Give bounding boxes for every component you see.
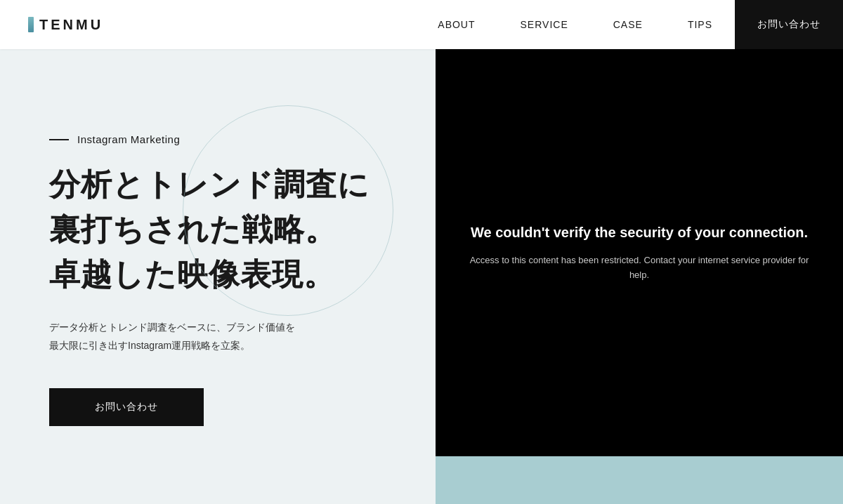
hero-description: データ分析とトレンド調査をベースに、ブランド価値を 最大限に引き出すInstag… bbox=[49, 319, 386, 354]
nav-case[interactable]: CASE bbox=[591, 0, 665, 49]
description-line-2: 最大限に引き出すInstagram運用戦略を立案。 bbox=[49, 340, 250, 351]
subtitle-text: Instagram Marketing bbox=[77, 133, 180, 145]
security-message: We couldn't verify the security of your … bbox=[464, 223, 815, 283]
heading-line-3: 卓越した映像表現。 bbox=[49, 257, 335, 291]
main-content: Instagram Marketing 分析とトレンド調査に 裏打ちされた戦略。… bbox=[0, 0, 843, 504]
main-nav: ABOUT SERVICE CASE TIPS お問い合わせ bbox=[415, 0, 843, 49]
nav-tips[interactable]: TIPS bbox=[665, 0, 735, 49]
security-title: We couldn't verify the security of your … bbox=[464, 223, 815, 242]
cta-button[interactable]: お問い合わせ bbox=[49, 388, 204, 426]
logo-icon bbox=[28, 17, 34, 32]
heading-line-1: 分析とトレンド調査に bbox=[49, 167, 370, 201]
subtitle-line: Instagram Marketing bbox=[49, 133, 386, 145]
description-line-1: データ分析とトレンド調査をベースに、ブランド価値を bbox=[49, 321, 295, 333]
nav-about[interactable]: ABOUT bbox=[415, 0, 497, 49]
hero-left: Instagram Marketing 分析とトレンド調査に 裏打ちされた戦略。… bbox=[0, 49, 436, 504]
bottom-accent bbox=[436, 456, 843, 504]
nav-service[interactable]: SERVICE bbox=[498, 0, 591, 49]
security-subtitle: Access to this content has been restrict… bbox=[464, 253, 815, 283]
header: TENMU ABOUT SERVICE CASE TIPS お問い合わせ bbox=[0, 0, 843, 49]
main-heading: 分析とトレンド調査に 裏打ちされた戦略。 卓越した映像表現。 bbox=[49, 162, 386, 296]
heading-line-2: 裏打ちされた戦略。 bbox=[49, 212, 336, 246]
nav-contact-button[interactable]: お問い合わせ bbox=[735, 0, 843, 49]
subtitle-dash bbox=[49, 139, 69, 140]
logo: TENMU bbox=[0, 17, 103, 33]
hero-right-media: We couldn't verify the security of your … bbox=[436, 49, 843, 456]
logo-text: TENMU bbox=[39, 17, 103, 33]
